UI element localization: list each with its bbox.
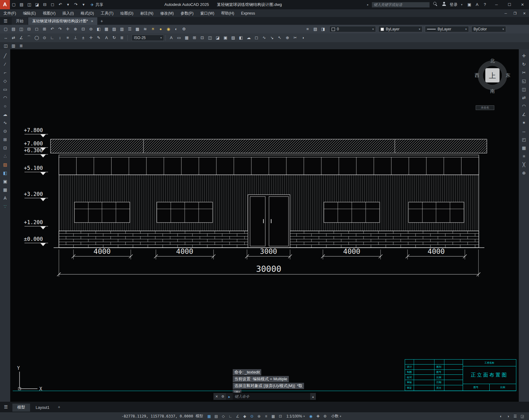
break-tool-icon[interactable]: ╳ — [519, 161, 529, 169]
zoom-realtime-icon[interactable]: ⊕ — [72, 26, 79, 33]
attach-icon[interactable]: ⊕ — [284, 34, 291, 41]
object-snap-tracking-icon[interactable]: ⊕ — [255, 413, 262, 420]
polyline-tool-icon[interactable]: ⌐ — [0, 69, 10, 77]
app-logo[interactable]: A — [0, 0, 10, 9]
menu-item[interactable]: 视图(V) — [39, 9, 59, 17]
close-button[interactable]: ✕ — [516, 0, 529, 9]
help-icon[interactable]: ? — [481, 1, 489, 8]
create-block-tool-icon[interactable]: ⊡ — [0, 144, 10, 152]
table-icon[interactable]: ▦ — [183, 34, 191, 41]
revision-cloud-tool-icon[interactable]: ☁ — [0, 110, 10, 119]
image-attach-icon[interactable]: ▣ — [222, 34, 229, 41]
fillet-tool-icon[interactable]: ◠ — [519, 102, 529, 110]
annotation-visibility-icon[interactable]: ◐ — [172, 26, 180, 33]
stretch-tool-icon[interactable]: ↔ — [519, 127, 529, 135]
brightness-icon[interactable]: ● — [157, 26, 165, 33]
login-caret-icon[interactable]: ▾ — [459, 1, 464, 8]
dim-text-edit-icon[interactable]: A — [103, 34, 110, 41]
move-tool-icon[interactable]: ✛ — [519, 52, 529, 60]
zoom-window-icon[interactable]: ⊡ — [79, 26, 87, 33]
erase-tool-icon[interactable]: ◱ — [519, 77, 529, 85]
menu-item[interactable]: 窗口(W) — [197, 9, 218, 17]
spline-icon[interactable]: ∿ — [260, 34, 268, 41]
menu-item[interactable]: 帮助(H) — [218, 9, 237, 17]
array-tool-icon[interactable]: ▦ — [519, 144, 529, 152]
tolerance-icon[interactable]: ± — [79, 34, 87, 41]
viewport-icon[interactable]: ◧ — [95, 26, 103, 33]
menu-item[interactable]: 工具(T) — [97, 9, 117, 17]
dim-continue-icon[interactable]: ⊥ — [72, 34, 79, 41]
properties-palette-icon[interactable]: ☰ — [126, 26, 134, 33]
snap-toggle-icon[interactable]: ▤ — [213, 413, 220, 420]
match-layer-icon[interactable]: ≡ — [304, 26, 311, 33]
dimstyle-combo[interactable]: ISO-25 ▾ — [132, 35, 164, 41]
plotstyle-combo[interactable]: ByColor ▾ — [471, 26, 506, 32]
join-tool-icon[interactable]: ⊕ — [519, 169, 529, 177]
clean-screen-icon[interactable]: ◲ — [519, 413, 526, 420]
dim-update-icon[interactable]: ↻ — [110, 34, 118, 41]
save-as-icon[interactable]: ◪ — [33, 1, 41, 8]
transparency-icon[interactable]: ▩ — [270, 413, 277, 420]
rectangle-tool-icon[interactable]: ▭ — [0, 85, 10, 94]
command-input[interactable] — [233, 393, 310, 400]
share-button[interactable]: ✈ 共享 — [90, 2, 103, 7]
tool-palettes-icon[interactable]: ◫ — [2, 42, 10, 49]
dim-jogged-icon[interactable]: ↕ — [56, 34, 64, 41]
revision-cloud-icon[interactable]: ☁ — [245, 34, 253, 41]
hardware-acceleration-icon[interactable]: ◑ — [505, 413, 512, 420]
leader-icon[interactable]: ↖ — [276, 34, 284, 41]
dim-angular-icon[interactable]: ∠ — [17, 34, 25, 41]
add-layout-button[interactable]: ＋ — [55, 404, 63, 410]
menu-item[interactable]: 修改(M) — [157, 9, 177, 17]
infer-constraints-icon[interactable]: ◇ — [220, 413, 227, 420]
plot-icon[interactable]: ⊟ — [41, 1, 49, 8]
annotation-visibility-icon[interactable]: ◉ — [307, 413, 314, 420]
grid-toggle-icon[interactable]: ▦ — [205, 413, 213, 420]
menu-item[interactable]: 编辑(E) — [20, 9, 39, 17]
layer-states-icon[interactable]: ◨ — [319, 26, 327, 33]
gradient-tool-icon[interactable]: ◧ — [0, 169, 10, 177]
search-icon[interactable] — [431, 1, 439, 8]
doc-close-button[interactable]: ✕ — [520, 10, 529, 17]
dim-edit-icon[interactable]: ✎ — [95, 34, 103, 41]
search-history-caret[interactable]: ▸ — [365, 1, 370, 8]
layer-combo[interactable]: 0 ▾ — [329, 26, 376, 32]
adjust-icon[interactable]: ◑ — [299, 34, 307, 41]
osnap-toggle-icon[interactable]: ⊙ — [248, 413, 255, 420]
xref-icon[interactable]: ◪ — [214, 34, 222, 41]
viewcube-north[interactable]: 北 — [490, 58, 495, 63]
viewcube-west[interactable]: 西 — [475, 73, 479, 78]
customization-icon[interactable]: ☰ — [512, 413, 519, 420]
match-properties-icon[interactable]: ▩ — [134, 26, 141, 33]
menu-item[interactable]: 参数(P) — [177, 9, 197, 17]
tab-document[interactable]: 某轻钢篮球训练馆钢结构设计图* ✕ — [28, 17, 97, 25]
isodraft-icon[interactable]: ◆ — [241, 413, 248, 420]
dim-aligned-icon[interactable]: ⇄ — [10, 34, 17, 41]
annotation-lock-icon[interactable]: ◉ — [165, 26, 172, 33]
new-file-icon[interactable]: ▢ — [10, 1, 18, 8]
undo-icon[interactable]: ↶ — [48, 26, 56, 33]
user-icon[interactable] — [440, 1, 448, 8]
pan-icon[interactable]: ✛ — [64, 26, 72, 33]
polygon-tool-icon[interactable]: ◇ — [0, 77, 10, 85]
save-icon[interactable]: ◫ — [17, 26, 25, 33]
redo-dropdown-icon[interactable]: ▾ — [80, 1, 87, 8]
spline-tool-icon[interactable]: ∿ — [0, 119, 10, 127]
undo-icon[interactable]: ↶ — [56, 1, 64, 8]
publish-icon[interactable]: ⊞ — [41, 26, 48, 33]
minimize-button[interactable]: ─ — [490, 0, 503, 9]
unsaved-view-tag[interactable]: 未命名 — [476, 105, 494, 110]
dim-baseline-icon[interactable]: ≡ — [64, 34, 72, 41]
search-input[interactable] — [372, 2, 430, 8]
scale-tool-icon[interactable]: ◰ — [519, 135, 529, 144]
model-space-button[interactable]: 模型 — [196, 413, 203, 419]
store-cart-icon[interactable]: ▣ — [465, 1, 473, 8]
hatch-tool-icon[interactable]: ▨ — [0, 161, 10, 169]
command-customize-icon[interactable]: ⚙ — [220, 395, 226, 399]
center-mark-icon[interactable]: ✛ — [87, 34, 95, 41]
doc-restore-button[interactable]: ❐ — [510, 10, 520, 17]
viewcube[interactable]: 北 南 西 东 上 — [473, 55, 512, 95]
redo-icon[interactable]: ↷ — [56, 26, 64, 33]
dim-radius-icon[interactable]: ◯ — [33, 34, 41, 41]
block-create-icon[interactable]: ◫ — [206, 34, 214, 41]
